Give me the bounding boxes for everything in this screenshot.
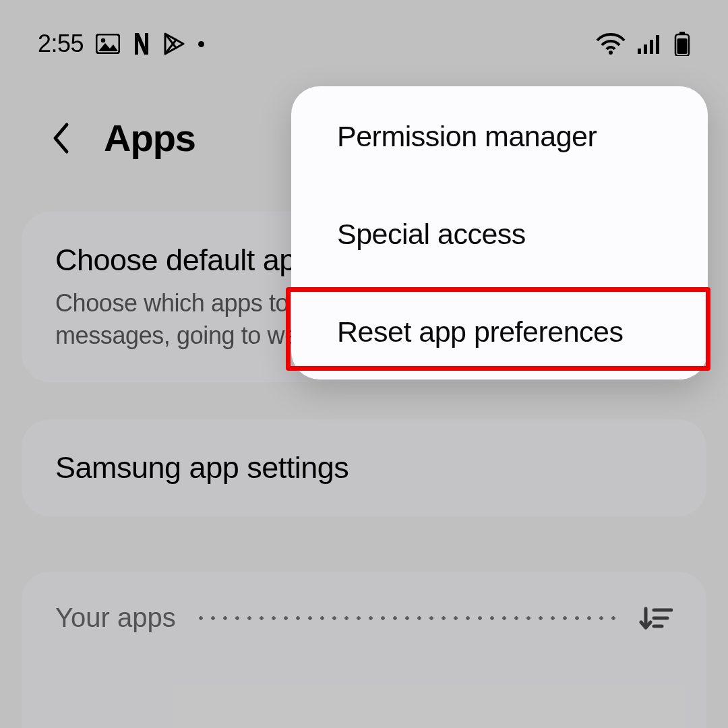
page-title: Apps — [104, 116, 195, 160]
svg-rect-6 — [644, 44, 647, 54]
play-store-icon — [163, 32, 186, 56]
your-apps-section: Your apps — [22, 572, 706, 728]
your-apps-label: Your apps — [55, 603, 176, 633]
menu-item-reset-app-preferences[interactable]: Reset app preferences — [291, 282, 708, 380]
wifi-icon — [596, 32, 626, 55]
svg-point-1 — [101, 38, 105, 42]
status-bar: 2:55 — [0, 30, 728, 58]
svg-rect-5 — [638, 49, 641, 54]
divider-dots — [195, 616, 620, 620]
overflow-menu: Permission manager Special access Reset … — [291, 86, 708, 380]
battery-icon — [674, 32, 690, 56]
photo-icon — [96, 34, 120, 54]
status-time: 2:55 — [38, 30, 84, 58]
samsung-app-settings-label: Samsung app settings — [55, 450, 673, 485]
menu-item-special-access[interactable]: Special access — [291, 184, 708, 282]
sort-icon[interactable] — [639, 605, 673, 632]
netflix-icon — [132, 33, 151, 55]
svg-rect-11 — [677, 38, 688, 54]
status-bar-left: 2:55 — [38, 30, 204, 58]
samsung-app-settings-item[interactable]: Samsung app settings — [22, 419, 706, 516]
svg-point-4 — [609, 51, 613, 55]
notification-more-dot-icon — [198, 41, 204, 47]
svg-rect-8 — [656, 35, 659, 54]
your-apps-header: Your apps — [55, 603, 673, 633]
back-icon[interactable] — [51, 122, 70, 154]
cellular-signal-icon — [638, 34, 662, 54]
svg-rect-7 — [650, 40, 653, 54]
status-bar-right — [596, 32, 690, 56]
menu-item-permission-manager[interactable]: Permission manager — [291, 86, 708, 184]
page-header: Apps — [51, 116, 195, 160]
